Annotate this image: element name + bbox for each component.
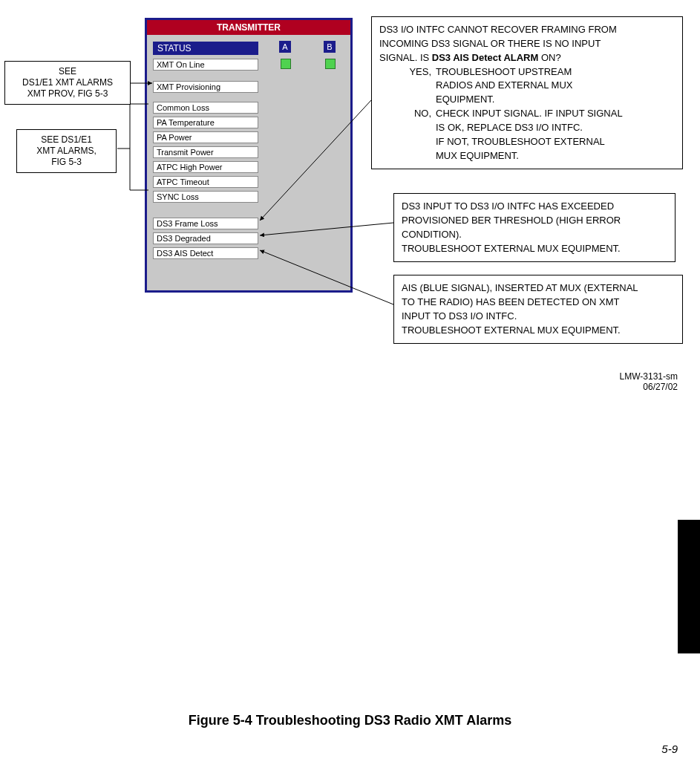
trouble-line: TROUBLESHOOT EXTERNAL MUX EQUIPMENT.: [402, 242, 667, 256]
status-header-row: STATUS A B: [153, 41, 344, 54]
note-xmt-prov: SEE DS1/E1 XMT ALARMS XMT PROV, FIG 5-3: [4, 61, 131, 105]
transmitter-title: TRANSMITTER: [147, 20, 350, 35]
row-label: ATPC High Power: [153, 161, 258, 173]
trouble-line: TO THE RADIO) HAS BEEN DETECTED ON XMT: [402, 296, 675, 310]
doc-id-block: LMW-3131-sm 06/27/02: [620, 371, 678, 393]
trouble-line: DS3 I/O INTFC CANNOT RECOVER FRAMING FRO…: [379, 23, 675, 37]
note-line: XMT ALARMS,: [36, 146, 96, 156]
indicator-b-icon: [325, 59, 336, 69]
row-transmit-power: Transmit Power: [153, 145, 344, 158]
row-label: SYNC Loss: [153, 191, 258, 203]
row-label: PA Temperature: [153, 117, 258, 128]
row-ds3-frame-loss: DS3 Frame Loss: [153, 216, 344, 229]
trouble-line: IS OK, REPLACE DS3 I/O INTFC.: [436, 121, 623, 135]
trouble-line: INPUT TO DS3 I/O INTFC.: [402, 310, 675, 324]
trouble-line: TROUBLESHOOT UPSTREAM: [436, 65, 572, 79]
row-xmt-online: XMT On Line: [153, 57, 344, 71]
row-atpc-timeout: ATPC Timeout: [153, 175, 344, 188]
row-pa-temperature: PA Temperature: [153, 115, 344, 128]
row-label: DS3 Frame Loss: [153, 218, 258, 229]
doc-id: LMW-3131-sm: [620, 371, 678, 382]
trouble-line: PROVISIONED BER THRESHOLD (HIGH ERROR: [402, 214, 667, 228]
row-xmt-provisioning: XMT Provisioning: [153, 79, 344, 93]
row-sync-loss: SYNC Loss: [153, 189, 344, 203]
side-tab-icon: [678, 520, 700, 653]
row-label: Common Loss: [153, 102, 258, 114]
row-label: PA Power: [153, 131, 258, 143]
trouble-line: AIS (BLUE SIGNAL), INSERTED AT MUX (EXTE…: [402, 281, 675, 296]
status-label: STATUS: [153, 42, 258, 55]
column-b-header: B: [324, 41, 336, 53]
note-line: DS1/E1 XMT ALARMS: [22, 77, 113, 88]
row-label: Transmit Power: [153, 146, 258, 158]
trouble-line: IF NOT, TROUBLESHOOT EXTERNAL: [436, 135, 623, 149]
column-a-header: A: [279, 41, 291, 53]
row-label: XMT On Line: [153, 59, 258, 71]
trouble-ds3-degraded: DS3 INPUT TO DS3 I/O INTFC HAS EXCEEDED …: [393, 193, 676, 262]
transmitter-panel: TRANSMITTER STATUS A B XMT On Line XMT P…: [145, 18, 353, 293]
row-pa-power: PA Power: [153, 130, 344, 143]
page-number: 5-9: [661, 743, 678, 755]
trouble-line: CONDITION).: [402, 228, 667, 242]
indicator-a-icon: [281, 59, 291, 69]
trouble-line: RADIOS AND EXTERNAL MUX: [436, 79, 572, 93]
row-label: ATPC Timeout: [153, 176, 258, 188]
doc-date: 06/27/02: [643, 382, 678, 392]
trouble-line: MUX EQUIPMENT.: [436, 149, 623, 163]
trouble-ds3-frame-loss: DS3 I/O INTFC CANNOT RECOVER FRAMING FRO…: [371, 16, 683, 169]
note-line: SEE: [59, 66, 76, 76]
row-ds3-degraded: DS3 Degraded: [153, 231, 344, 244]
trouble-ds3-ais: AIS (BLUE SIGNAL), INSERTED AT MUX (EXTE…: [393, 275, 683, 344]
no-label: NO,: [379, 107, 436, 163]
trouble-line: INCOMING DS3 SIGNAL OR THERE IS NO INPUT: [379, 37, 675, 51]
trouble-line: SIGNAL. IS DS3 AIS Detect ALARM ON?: [379, 51, 675, 65]
row-ds3-ais-detect: DS3 AIS Detect: [153, 246, 344, 259]
row-label: DS3 AIS Detect: [153, 247, 258, 259]
row-label: XMT Provisioning: [153, 81, 258, 93]
note-line: XMT PROV, FIG 5-3: [27, 88, 108, 99]
note-line: SEE DS1/E1: [41, 134, 92, 145]
row-label: DS3 Degraded: [153, 232, 258, 244]
trouble-line: DS3 INPUT TO DS3 I/O INTFC HAS EXCEEDED: [402, 200, 667, 214]
row-atpc-high-power: ATPC High Power: [153, 160, 344, 173]
trouble-line: CHECK INPUT SIGNAL. IF INPUT SIGNAL: [436, 107, 623, 121]
figure-caption: Figure 5-4 Troubleshooting DS3 Radio XMT…: [0, 713, 700, 728]
row-common-loss: Common Loss: [153, 100, 344, 114]
yes-label: YES,: [379, 65, 436, 108]
trouble-line: TROUBLESHOOT EXTERNAL MUX EQUIPMENT.: [402, 324, 675, 338]
note-line: FIG 5-3: [51, 157, 82, 167]
note-xmt-alarms: SEE DS1/E1 XMT ALARMS, FIG 5-3: [16, 129, 117, 173]
trouble-line: EQUIPMENT.: [436, 93, 572, 107]
